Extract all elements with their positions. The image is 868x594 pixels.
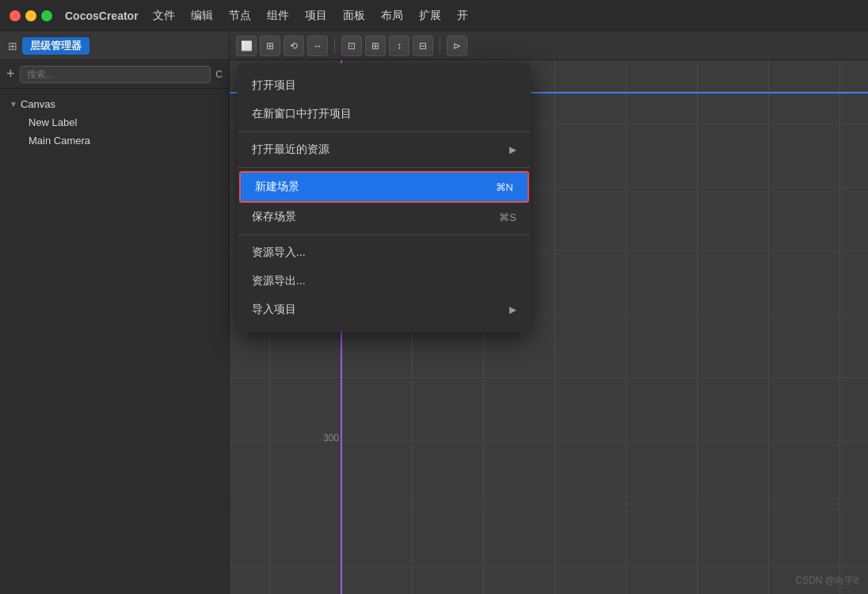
timeline-label-300: 300	[323, 432, 339, 588]
menu-project[interactable]: 项目	[297, 0, 335, 32]
minimize-button[interactable]	[25, 10, 36, 21]
close-button[interactable]	[10, 10, 21, 21]
menu-section-4: 资源导入... 资源导出... 导入项目 ▶	[238, 235, 531, 327]
menu-section-2: 打开最近的资源 ▶	[238, 132, 531, 168]
toolbar-btn-8[interactable]: ⊟	[413, 36, 433, 56]
import-project-arrow: ▶	[509, 304, 516, 315]
menu-item-new-scene[interactable]: 新建场景 ⌘N	[239, 171, 529, 203]
menu-file[interactable]: 文件	[145, 0, 183, 32]
menu-more[interactable]: 开	[449, 0, 476, 32]
search-button[interactable]: C	[215, 69, 223, 80]
menu-item-open-recent[interactable]: 打开最近的资源 ▶	[238, 135, 531, 164]
menu-item-import-assets[interactable]: 资源导入...	[238, 238, 531, 267]
import-project-label: 导入项目	[252, 303, 296, 317]
menu-panel[interactable]: 面板	[335, 0, 373, 32]
hierarchy-icon: ⊞	[8, 40, 17, 52]
menu-item-export-assets[interactable]: 资源导出...	[238, 267, 531, 295]
toolbar-divider-2	[440, 38, 440, 54]
import-assets-label: 资源导入...	[252, 246, 306, 260]
menu-node[interactable]: 节点	[221, 0, 259, 32]
editor-toolbar: ⬜ ⊞ ⟲ ↔ ⊡ ⊞ ↕ ⊟ ⊳	[230, 32, 868, 60]
new-scene-shortcut: ⌘N	[496, 181, 513, 193]
main-layout: ⊞ 层级管理器 + C ▼ Canvas New Label Main Came…	[0, 32, 868, 594]
grid-v-9	[839, 60, 840, 594]
toolbar-btn-4[interactable]: ↔	[307, 36, 328, 56]
grid-v-7	[697, 60, 698, 594]
open-new-window-label: 在新窗口中打开项目	[252, 107, 352, 121]
open-project-label: 打开项目	[252, 78, 296, 93]
grid-v-8	[768, 60, 769, 594]
panel-title: 层级管理器	[22, 37, 89, 55]
panel-header: ⊞ 层级管理器	[0, 32, 229, 60]
toolbar-btn-5[interactable]: ⊡	[341, 36, 362, 56]
menu-item-import-project[interactable]: 导入项目 ▶	[238, 295, 531, 324]
tree-item-new-label[interactable]: New Label	[0, 113, 229, 131]
new-scene-label: 新建场景	[255, 180, 299, 194]
tree-arrow-canvas: ▼	[10, 100, 17, 109]
title-bar: CocosCreator 文件 编辑 节点 组件 项目 面板 布局 扩展 开	[0, 0, 868, 32]
save-scene-shortcut: ⌘S	[499, 211, 516, 223]
hierarchy-tree: ▼ Canvas New Label Main Camera	[0, 89, 229, 594]
sidebar: ⊞ 层级管理器 + C ▼ Canvas New Label Main Came…	[0, 32, 230, 594]
menu-bar: 文件 编辑 节点 组件 项目 面板 布局 扩展 开	[145, 0, 476, 32]
search-bar: + C	[0, 60, 229, 89]
export-assets-label: 资源导出...	[252, 274, 306, 288]
menu-section-1: 打开项目 在新窗口中打开项目	[238, 68, 531, 132]
menu-extend[interactable]: 扩展	[411, 0, 449, 32]
main-camera-label: Main Camera	[29, 135, 90, 147]
maximize-button[interactable]	[41, 10, 52, 21]
menu-item-save-scene[interactable]: 保存场景 ⌘S	[238, 203, 531, 231]
open-recent-label: 打开最近的资源	[252, 143, 329, 157]
toolbar-divider-1	[334, 38, 335, 54]
tree-item-main-camera[interactable]: Main Camera	[0, 131, 229, 150]
dropdown-menu: 打开项目 在新窗口中打开项目 打开最近的资源 ▶ 新建场景 ⌘N	[238, 63, 531, 332]
open-recent-arrow: ▶	[509, 144, 516, 155]
toolbar-btn-1[interactable]: ⬜	[236, 36, 257, 56]
search-input[interactable]	[20, 66, 211, 83]
add-node-button[interactable]: +	[6, 66, 15, 82]
watermark: CSDN @向宇it	[795, 574, 858, 588]
menu-edit[interactable]: 编辑	[183, 0, 221, 32]
grid-v-5	[554, 60, 555, 594]
toolbar-btn-6[interactable]: ⊞	[365, 36, 386, 56]
menu-component[interactable]: 组件	[259, 0, 297, 32]
new-label-label: New Label	[29, 116, 77, 128]
toolbar-btn-2[interactable]: ⊞	[260, 36, 280, 56]
grid-v-6	[626, 60, 626, 594]
canvas-label: Canvas	[21, 98, 55, 110]
traffic-lights	[0, 10, 52, 21]
menu-item-open-project[interactable]: 打开项目	[238, 71, 531, 100]
menu-item-open-new-window[interactable]: 在新窗口中打开项目	[238, 100, 531, 128]
toolbar-btn-9[interactable]: ⊳	[447, 36, 467, 56]
tree-item-canvas[interactable]: ▼ Canvas	[0, 95, 229, 113]
toolbar-btn-3[interactable]: ⟲	[284, 36, 304, 56]
menu-layout[interactable]: 布局	[373, 0, 411, 32]
toolbar-btn-7[interactable]: ↕	[389, 36, 409, 56]
app-name: CocosCreator	[65, 10, 139, 22]
save-scene-label: 保存场景	[252, 210, 296, 224]
menu-section-3: 新建场景 ⌘N 保存场景 ⌘S	[238, 168, 531, 235]
